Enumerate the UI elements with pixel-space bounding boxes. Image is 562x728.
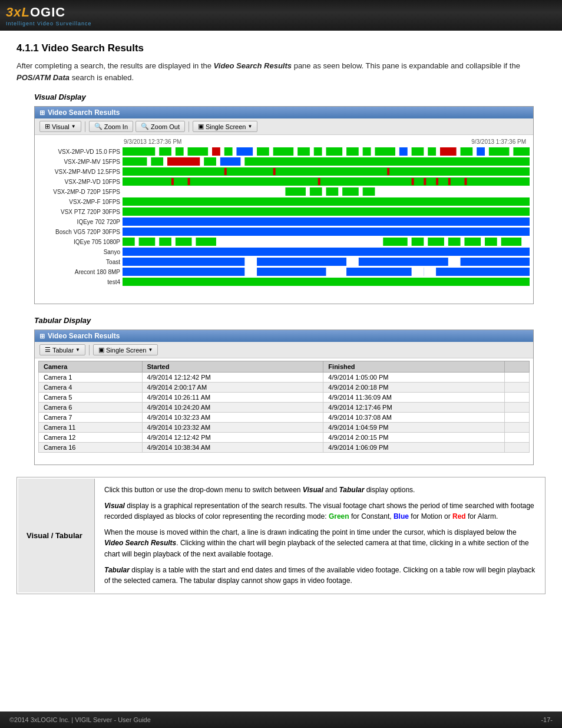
timeline-bar[interactable] (123, 258, 530, 266)
toolbar-sep-2 (189, 121, 189, 132)
svg-rect-47 (123, 197, 530, 206)
tabular-dropdown-arrow: ▼ (75, 347, 80, 353)
camera-label: IQEye 702 720P (38, 219, 123, 225)
timeline-end-time: 9/3/2013 1:37:36 PM (471, 139, 526, 145)
info-para-1: Click this button or use the drop-down m… (104, 485, 535, 496)
svg-rect-7 (257, 147, 269, 156)
svg-rect-19 (461, 147, 473, 156)
timeline-row: IQEye 702 720P (38, 217, 530, 226)
timeline-bar[interactable] (123, 147, 530, 156)
timeline-bar[interactable] (123, 177, 530, 186)
tabular-mode-icon: ☰ (45, 346, 51, 354)
timeline-bar[interactable] (123, 187, 530, 196)
camera-label: VSX-2MP-D 720P 15FPS (38, 189, 123, 195)
camera-label: IQEye 705 1080P (38, 239, 123, 245)
cell-extra (505, 443, 530, 453)
table-row[interactable]: Camera 1 4/9/2014 12:12:42 PM 4/9/2014 1… (39, 373, 530, 383)
cell-extra (505, 433, 530, 443)
timeline-bar[interactable] (123, 228, 530, 236)
svg-rect-15 (399, 147, 408, 156)
single-screen-button-visual[interactable]: ▣ Single Screen ▼ (193, 121, 257, 132)
cell-finished: 4/9/2014 2:00:18 PM (323, 383, 505, 393)
vsr-title-icon: ⊞ (39, 109, 45, 117)
cell-camera: Camera 11 (39, 423, 143, 433)
cell-extra (505, 373, 530, 383)
visual-mode-icon: ⊞ (45, 123, 50, 130)
cell-extra (505, 383, 530, 393)
timeline-bar[interactable] (123, 218, 530, 226)
timeline-content: 9/3/2013 12:37:36 PM 9/3/2013 1:37:36 PM… (35, 135, 533, 304)
camera-label: Bosch VG5 720P 30FPS (38, 229, 123, 235)
svg-rect-46 (363, 187, 375, 196)
svg-rect-55 (196, 238, 216, 246)
cell-camera: Camera 4 (39, 383, 143, 393)
svg-rect-23 (123, 157, 147, 166)
svg-rect-10 (314, 147, 322, 156)
svg-rect-43 (310, 187, 322, 196)
cell-extra (505, 403, 530, 413)
tabular-title-text: Video Search Results (48, 332, 120, 340)
timeline-row: Bosch VG5 720P 30FPS (38, 227, 530, 236)
svg-rect-42 (285, 187, 306, 196)
table-row[interactable]: Camera 6 4/9/2014 10:24:20 AM 4/9/2014 1… (39, 403, 530, 413)
svg-rect-18 (440, 147, 457, 156)
table-row[interactable]: Camera 4 4/9/2014 2:00:17 AM 4/9/2014 2:… (39, 383, 530, 393)
svg-rect-17 (428, 147, 436, 156)
timeline-bar[interactable] (123, 268, 530, 276)
timeline-bar[interactable] (123, 278, 530, 286)
table-header-row: Camera Started Finished (39, 361, 530, 373)
svg-rect-28 (244, 157, 530, 166)
camera-label: VSX-2MP-MV 15FPS (38, 159, 123, 165)
svg-rect-38 (424, 178, 426, 185)
timeline-bar[interactable] (123, 238, 530, 246)
section-title: 4.1.1 Video Search Results (16, 42, 546, 54)
tabular-mode-button[interactable]: ☰ Tabular ▼ (39, 344, 85, 355)
zoom-in-button[interactable]: 🔍 Zoom In (89, 121, 133, 132)
svg-rect-26 (204, 157, 216, 166)
timeline-bar[interactable] (123, 197, 530, 206)
table-row[interactable]: Camera 5 4/9/2014 10:26:11 AM 4/9/2014 1… (39, 393, 530, 403)
timeline-row: VSX-2MP-VD 15.0 FPS (38, 147, 530, 156)
svg-rect-74 (123, 278, 530, 286)
intro-paragraph: After completing a search, the results a… (16, 60, 546, 83)
svg-rect-32 (387, 168, 389, 175)
col-finished: Finished (323, 361, 505, 373)
svg-rect-53 (159, 238, 171, 246)
cell-started: 4/9/2014 2:00:17 AM (142, 383, 323, 393)
camera-label: test4 (38, 279, 123, 285)
zoom-out-button[interactable]: 🔍 Zoom Out (135, 121, 185, 132)
timeline-bar[interactable] (123, 207, 530, 216)
cell-camera: Camera 6 (39, 403, 143, 413)
timeline-bar[interactable] (123, 248, 530, 256)
svg-rect-56 (383, 238, 407, 246)
table-row[interactable]: Camera 12 4/9/2014 12:12:42 PM 4/9/2014 … (39, 433, 530, 443)
svg-rect-51 (123, 238, 135, 246)
svg-rect-54 (176, 238, 192, 246)
svg-rect-22 (513, 147, 530, 156)
timeline-row: VSX-2MP-VD 10FPS (38, 177, 530, 186)
vsr-titlebar: ⊞ Video Search Results (35, 107, 533, 118)
camera-label: Toast (38, 259, 123, 265)
cell-camera: Camera 5 (39, 393, 143, 403)
timeline-bar[interactable] (123, 167, 530, 176)
timeline-bar[interactable] (123, 157, 530, 166)
cell-started: 4/9/2014 12:12:42 PM (142, 373, 323, 383)
table-row[interactable]: Camera 11 4/9/2014 10:23:32 AM 4/9/2014 … (39, 423, 530, 433)
camera-label: Sanyo (38, 249, 123, 255)
svg-rect-41 (464, 178, 467, 185)
svg-rect-72 (412, 268, 424, 276)
cell-started: 4/9/2014 10:23:32 AM (142, 423, 323, 433)
table-row[interactable]: Camera 7 4/9/2014 10:32:23 AM 4/9/2014 1… (39, 413, 530, 423)
camera-label: VSX-2MP-VD 15.0 FPS (38, 149, 123, 155)
single-screen-button-tabular[interactable]: ▣ Single Screen ▼ (93, 344, 158, 355)
cell-started: 4/9/2014 10:32:23 AM (142, 413, 323, 423)
visual-mode-button[interactable]: ⊞ Visual ▼ (39, 121, 81, 132)
svg-rect-24 (151, 157, 163, 166)
cell-finished: 4/9/2014 1:05:00 PM (323, 373, 505, 383)
cell-finished: 4/9/2014 12:17:46 PM (323, 403, 505, 413)
header: 3xLOGIC Intelligent Video Surveillance (0, 0, 562, 31)
timeline-row: VSX-2MP-MV 15FPS (38, 157, 530, 166)
visual-search-results-panel: ⊞ Video Search Results ⊞ Visual ▼ 🔍 Zoom… (34, 106, 534, 304)
table-row[interactable]: Camera 16 4/9/2014 10:38:34 AM 4/9/2014 … (39, 443, 530, 453)
info-para-3: When the mouse is moved within the chart… (104, 527, 535, 560)
